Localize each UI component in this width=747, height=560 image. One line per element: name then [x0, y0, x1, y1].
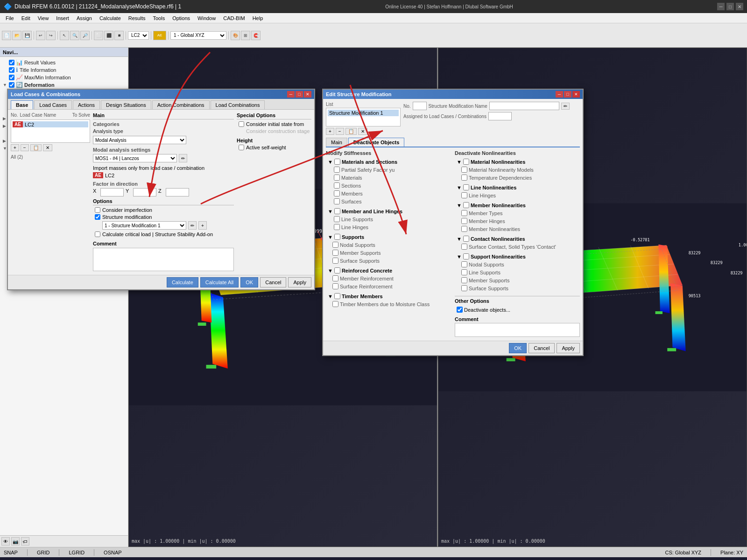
struct-mod-btn[interactable]: ✏ [188, 221, 197, 230]
menu-results[interactable]: Results [125, 14, 149, 22]
calculate-all-btn[interactable]: Calculate All [200, 277, 239, 287]
tab-deactivate-objects[interactable]: Deactivate Objects [348, 138, 404, 147]
menu-cad-bim[interactable]: CAD-BIM [219, 14, 248, 22]
nav-btn-tag[interactable]: 🏷 [21, 537, 29, 546]
menu-options[interactable]: Options [169, 14, 194, 22]
consider-imperfection-checkbox[interactable] [95, 207, 100, 213]
timber-moisture-item[interactable]: Timber Members due to Moisture Class [326, 300, 451, 308]
tb-zoom-in[interactable]: 🔍 [70, 31, 79, 40]
member-hinges-item[interactable]: ▼ Member and Line Hinges [326, 207, 451, 215]
mat-nonlin-models-item[interactable]: Material Nonlinearity Models [455, 166, 580, 174]
lc-list-item[interactable]: AE LC2 [13, 121, 88, 127]
member-reinforcement-checkbox[interactable] [332, 275, 338, 281]
materials-sections-item[interactable]: ▼ Materials and Sections [326, 158, 451, 166]
modal-settings-edit-btn[interactable]: ✏ [179, 154, 187, 162]
factor-x-input[interactable]: 0.000 [100, 188, 124, 196]
minimize-button[interactable]: ─ [717, 3, 725, 10]
tb-save[interactable]: 💾 [22, 31, 32, 40]
struct-mod-list-remove[interactable]: − [336, 128, 344, 135]
struct-mod-dialog-title[interactable]: Edit Structure Modification ─ □ ✕ [323, 90, 583, 99]
tb-undo[interactable]: ↩ [36, 31, 45, 40]
dialog-close-btn[interactable]: ✕ [304, 91, 311, 98]
members-stiff-item[interactable]: Members [326, 189, 451, 197]
analysis-type-combo[interactable]: Modal Analysis [93, 136, 186, 144]
tab-base[interactable]: Base [11, 100, 33, 109]
load-cases-dialog-title[interactable]: Load Cases & Combinations ─ □ ✕ [8, 90, 314, 99]
tb-view-3d[interactable]: ◾ [114, 31, 124, 40]
factor-z-input[interactable]: 1.000 [166, 188, 189, 196]
menu-tools[interactable]: Tools [149, 14, 169, 22]
axis-combo[interactable]: 1 - Global XYZ [170, 31, 226, 40]
materials-sections-checkbox[interactable] [334, 159, 340, 165]
member-supports-checkbox[interactable] [332, 250, 338, 256]
timber-members-item[interactable]: ▼ Timber Members [326, 292, 451, 300]
menu-insert[interactable]: Insert [52, 14, 73, 22]
menu-file[interactable]: File [2, 14, 18, 22]
lc-apply-btn[interactable]: Apply [288, 277, 311, 287]
menu-calculate[interactable]: Calculate [96, 14, 125, 22]
self-weight-checkbox[interactable] [239, 145, 244, 150]
struct-mod-maximize-btn[interactable]: □ [564, 91, 571, 98]
nodal-sup-nonlin-checkbox[interactable] [461, 261, 467, 267]
struct-mod-list-delete[interactable]: ✕ [358, 128, 367, 135]
tab-action-combinations[interactable]: Action Combinations [152, 100, 210, 109]
line-hinges-nonlin-item[interactable]: Line Hinges [455, 191, 580, 199]
calculate-btn[interactable]: Calculate [167, 277, 198, 287]
nav-result-values[interactable]: 📊 Result Values [2, 59, 126, 66]
member-supports-nonlin-item[interactable]: Member Supports [455, 276, 580, 284]
surface-supports-item[interactable]: Surface Supports [326, 257, 451, 265]
tb-view-front[interactable]: ⬛ [104, 31, 113, 40]
rc-checkbox[interactable] [334, 267, 340, 273]
nav-btn-eye[interactable]: 👁 [1, 537, 10, 546]
member-nonlin-checkbox2[interactable] [461, 226, 467, 232]
tb-snap[interactable]: 🧲 [251, 31, 261, 40]
struct-mod-list-item[interactable]: Structure Modification 1 [328, 110, 399, 116]
deactivate-objects-row[interactable]: Deactivate objects... [455, 306, 580, 314]
surfaces-checkbox[interactable] [334, 198, 340, 204]
structure-modification-checkbox[interactable] [95, 214, 100, 220]
member-supports-item[interactable]: Member Supports [326, 249, 451, 257]
supports-checkbox[interactable] [334, 234, 340, 240]
materials-item[interactable]: Materials [326, 174, 451, 182]
tab-main[interactable]: Main [326, 138, 347, 147]
line-supports-nonlin-item[interactable]: Line Supports [455, 268, 580, 276]
deactivate-objects-checkbox[interactable] [457, 307, 463, 313]
comment-textarea[interactable] [93, 248, 234, 271]
surface-supports-checkbox[interactable] [332, 258, 338, 264]
member-sup-nonlin-checkbox[interactable] [461, 277, 467, 283]
support-nonlin-checkbox[interactable] [463, 253, 469, 259]
timber-checkbox[interactable] [334, 293, 340, 299]
struct-mod-lc-input[interactable]: LC2 [488, 112, 512, 120]
consider-initial-state-checkbox[interactable] [239, 121, 244, 127]
struct-mod-add-btn[interactable]: + [198, 221, 207, 230]
line-sup-nonlin-checkbox[interactable] [461, 269, 467, 275]
member-types-item[interactable]: Member Types [455, 209, 580, 217]
sections-checkbox[interactable] [334, 182, 340, 189]
temp-depend-checkbox[interactable] [461, 175, 467, 181]
member-nonlin-item[interactable]: ▼ Member Nonlinearities [455, 201, 580, 209]
tab-load-combinations[interactable]: Load Combinations [211, 100, 265, 109]
line-supports-item[interactable]: Line Supports [326, 215, 451, 223]
lc-combo[interactable]: LC2 [128, 31, 149, 40]
line-nonlin-checkbox[interactable] [463, 184, 469, 190]
material-nonlin-item[interactable]: ▼ Material Nonlinearities [455, 158, 580, 166]
menu-help[interactable]: Help [249, 14, 267, 22]
list-delete-btn[interactable]: ✕ [43, 144, 52, 151]
member-hinges-checkbox[interactable] [334, 208, 340, 214]
nav-title-information[interactable]: ℹ Title Information [2, 66, 126, 74]
line-hinges-item[interactable]: Line Hinges [326, 223, 451, 231]
struct-mod-name-btn[interactable]: ✏ [561, 103, 570, 110]
title-info-checkbox[interactable] [9, 67, 14, 73]
struct-mod-list-copy[interactable]: 📋 [345, 128, 357, 135]
struct-mod-ok-btn[interactable]: OK [509, 343, 527, 353]
tb-grid[interactable]: ⊞ [241, 31, 250, 40]
nodal-supports-nonlin-item[interactable]: Nodal Supports [455, 260, 580, 268]
tb-view-top[interactable]: ⬜ [94, 31, 103, 40]
partial-safety-checkbox[interactable] [334, 167, 340, 173]
lc-cancel-btn[interactable]: Cancel [260, 277, 286, 287]
surface-sup-nonlin-checkbox[interactable] [461, 285, 467, 291]
timber-moisture-checkbox[interactable] [332, 301, 338, 307]
struct-mod-comment-area[interactable] [455, 323, 580, 337]
struct-mod-close-btn[interactable]: ✕ [572, 91, 580, 98]
tb-open[interactable]: 📂 [12, 31, 21, 40]
